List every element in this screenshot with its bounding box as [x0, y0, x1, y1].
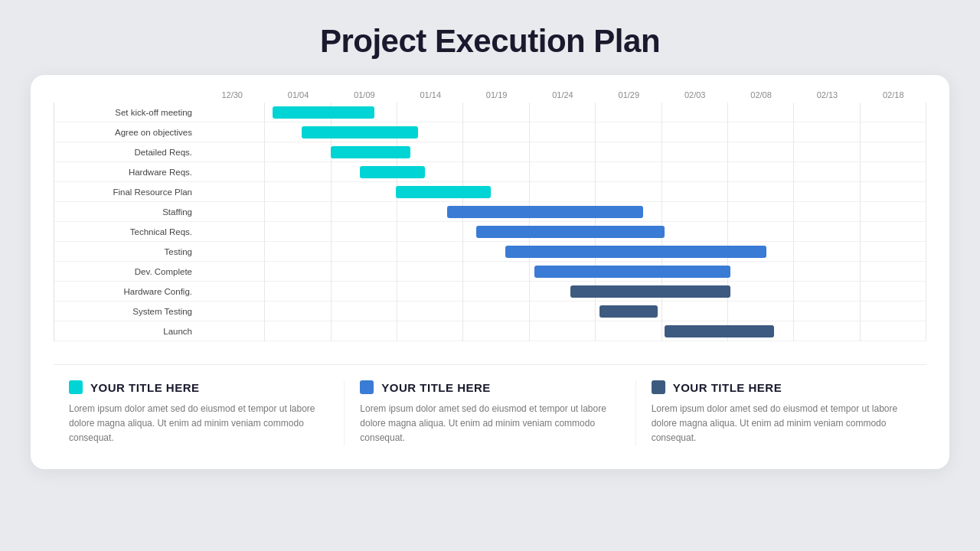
- gantt-row: Final Resource Plan: [54, 182, 926, 202]
- gantt-task-label: System Testing: [54, 307, 200, 316]
- gantt-bar: [447, 206, 643, 218]
- gantt-row: Hardware Reqs.: [54, 162, 926, 182]
- info-icon: [360, 380, 374, 394]
- gantt-row: Technical Reqs.: [54, 222, 926, 242]
- gantt-chart: 12/3001/0401/0901/1401/1901/2401/2902/03…: [54, 90, 926, 341]
- divider: [54, 364, 926, 365]
- gantt-task-label: Technical Reqs.: [54, 227, 200, 236]
- gantt-header: 12/3001/0401/0901/1401/1901/2401/2902/03…: [199, 90, 926, 99]
- gantt-bar: [302, 126, 418, 139]
- gantt-bar: [665, 325, 773, 337]
- gantt-bar: [534, 266, 730, 278]
- gantt-row: Testing: [54, 242, 926, 262]
- info-icon: [652, 380, 665, 394]
- gantt-row: Launch: [54, 321, 926, 341]
- info-block: YOUR TITLE HERELorem ipsum dolor amet se…: [54, 380, 345, 446]
- gantt-row: System Testing: [54, 302, 926, 321]
- slide: Project Execution Plan 12/3001/0401/0901…: [0, 0, 980, 551]
- gantt-date-label: 02/18: [861, 90, 926, 99]
- main-card: 12/3001/0401/0901/1401/1901/2401/2902/03…: [31, 75, 949, 469]
- info-block-text: Lorem ipsum dolor amet sed do eiusmod et…: [652, 402, 911, 446]
- gantt-bar: [570, 285, 730, 298]
- info-block-title: YOUR TITLE HERE: [90, 381, 200, 394]
- gantt-track: [200, 122, 926, 142]
- gantt-bar: [476, 226, 665, 238]
- gantt-track: [200, 103, 926, 122]
- info-title-row: YOUR TITLE HERE: [360, 380, 619, 394]
- info-section: YOUR TITLE HERELorem ipsum dolor amet se…: [54, 380, 926, 446]
- gantt-track: [200, 302, 926, 321]
- gantt-track: [200, 182, 926, 201]
- gantt-row: Hardware Config.: [54, 282, 926, 302]
- gantt-task-label: Staffing: [54, 207, 200, 217]
- gantt-bar: [505, 246, 767, 258]
- gantt-date-label: 01/29: [596, 90, 662, 99]
- info-block: YOUR TITLE HERELorem ipsum dolor amet se…: [636, 380, 926, 446]
- info-title-row: YOUR TITLE HERE: [652, 380, 911, 394]
- gantt-date-label: 01/14: [397, 90, 463, 99]
- gantt-track: [200, 162, 926, 181]
- gantt-task-label: Hardware Config.: [54, 287, 200, 296]
- info-title-row: YOUR TITLE HERE: [69, 380, 328, 394]
- gantt-row: Agree on objectives: [54, 122, 926, 142]
- gantt-date-label: 12/30: [199, 90, 265, 99]
- gantt-bar: [360, 166, 425, 178]
- gantt-bar: [396, 186, 490, 198]
- gantt-track: [200, 282, 926, 301]
- gantt-task-label: Hardware Reqs.: [54, 168, 200, 177]
- info-icon: [69, 380, 83, 394]
- gantt-task-label: Set kick-off meeting: [54, 108, 200, 117]
- gantt-body: Set kick-off meetingAgree on objectivesD…: [54, 103, 926, 341]
- gantt-bar: [273, 106, 374, 119]
- gantt-track: [200, 242, 926, 261]
- info-block-title: YOUR TITLE HERE: [673, 381, 782, 394]
- gantt-date-label: 01/04: [265, 90, 331, 99]
- gantt-task-label: Dev. Complete: [54, 267, 200, 276]
- gantt-track: [200, 321, 926, 341]
- gantt-task-label: Detailed Reqs.: [54, 148, 200, 157]
- gantt-date-label: 02/13: [794, 90, 860, 99]
- gantt-bar: [331, 146, 410, 158]
- gantt-task-label: Agree on objectives: [54, 128, 200, 137]
- gantt-date-label: 01/24: [530, 90, 596, 99]
- page-title: Project Execution Plan: [320, 23, 660, 60]
- gantt-row: Detailed Reqs.: [54, 142, 926, 162]
- gantt-track: [200, 262, 926, 281]
- info-block: YOUR TITLE HERELorem ipsum dolor amet se…: [345, 380, 635, 446]
- info-block-title: YOUR TITLE HERE: [381, 381, 491, 394]
- gantt-task-label: Final Resource Plan: [54, 187, 200, 197]
- gantt-row: Dev. Complete: [54, 262, 926, 282]
- gantt-track: [200, 142, 926, 161]
- gantt-bar: [599, 305, 658, 318]
- gantt-track: [200, 202, 926, 221]
- gantt-date-label: 02/08: [728, 90, 794, 99]
- gantt-date-label: 01/19: [463, 90, 529, 99]
- info-block-text: Lorem ipsum dolor amet sed do eiusmod et…: [69, 402, 328, 446]
- gantt-task-label: Launch: [54, 327, 200, 336]
- info-block-text: Lorem ipsum dolor amet sed do eiusmod et…: [360, 402, 619, 446]
- gantt-row: Staffing: [54, 202, 926, 222]
- gantt-track: [200, 222, 926, 241]
- gantt-rows-wrapper: Set kick-off meetingAgree on objectivesD…: [54, 103, 926, 341]
- gantt-date-label: 02/03: [662, 90, 728, 99]
- gantt-row: Set kick-off meeting: [54, 103, 926, 122]
- gantt-task-label: Testing: [54, 247, 200, 256]
- gantt-date-label: 01/09: [332, 90, 397, 99]
